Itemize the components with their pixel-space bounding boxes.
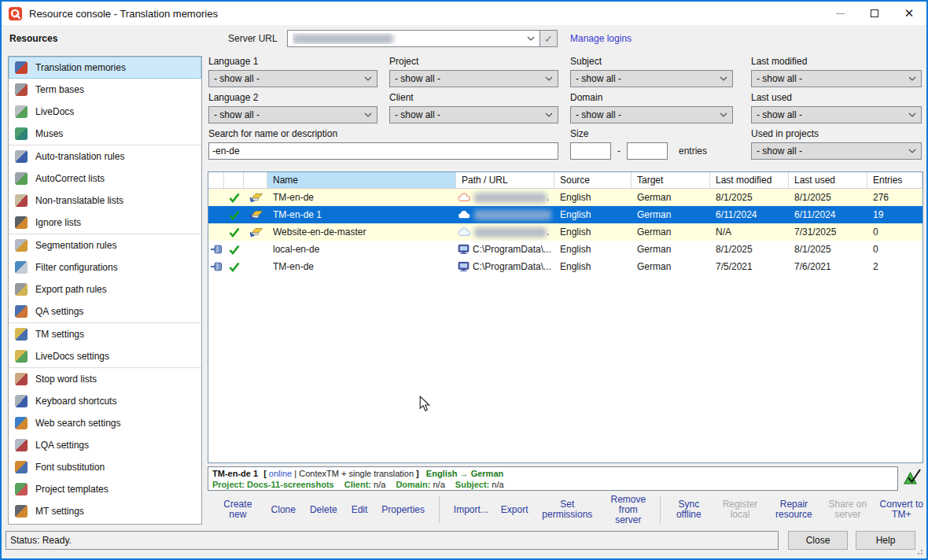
- column-header-target[interactable]: Target: [632, 172, 710, 188]
- close-dialog-button[interactable]: Close: [788, 531, 848, 550]
- tm-path-cell: .: [456, 189, 554, 206]
- sidebar-item-project-templates[interactable]: Project templates: [9, 478, 201, 500]
- sidebar-item-autocorrect-lists[interactable]: AutoCorrect lists: [9, 168, 201, 190]
- sidebar-item-translation-memories[interactable]: Translation memories: [9, 57, 201, 79]
- tm-row[interactable]: TM-en-deC:\ProgramData\...EnglishGerman7…: [208, 258, 922, 275]
- subject-select[interactable]: - show all -: [570, 70, 733, 87]
- size-to-input[interactable]: [627, 142, 668, 160]
- column-header-last-modified[interactable]: Last modified: [710, 172, 789, 188]
- column-header-path-url[interactable]: Path / URL: [456, 172, 554, 188]
- language2-select[interactable]: - show all -: [208, 106, 377, 123]
- sidebar-item-label: Font substitution: [35, 462, 105, 473]
- toolbar-set-permissions-button[interactable]: Set permissions: [541, 499, 595, 520]
- toolbar-edit-button[interactable]: Edit: [352, 505, 368, 515]
- client-label: Client: [389, 92, 558, 103]
- sidebar-item-qa-settings[interactable]: QA settings: [9, 300, 201, 322]
- tm-last-modified-cell: 7/5/2021: [710, 258, 789, 275]
- connect-server-button[interactable]: ✓: [540, 30, 558, 47]
- resource-health-icon: [904, 468, 922, 488]
- column-header-source[interactable]: Source: [554, 172, 632, 188]
- computer-icon: [458, 261, 470, 272]
- enabled-check-icon: [224, 206, 244, 223]
- toolbar-create-new-button[interactable]: Create new: [219, 499, 257, 520]
- server-url-group: ✓: [287, 30, 558, 47]
- last-modified-select[interactable]: - show all -: [751, 70, 922, 87]
- sidebar-item-auto-translation-rules[interactable]: Auto-translation rules: [9, 146, 201, 168]
- toolbar-sync-offline-button[interactable]: Sync offline: [669, 499, 708, 520]
- toolbar-import--button[interactable]: Import...: [454, 505, 488, 515]
- tm-source-cell: English: [554, 241, 632, 258]
- toolbar-convert-to-tm+-button[interactable]: Convert to TM+: [880, 499, 923, 520]
- sidebar-item-label: Stop word lists: [35, 374, 97, 385]
- sidebar-item-label: QA settings: [35, 306, 83, 317]
- project-select[interactable]: - show all -: [389, 70, 558, 87]
- sidebar-item-livedocs-settings[interactable]: LiveDocs settings: [9, 345, 201, 367]
- language1-select[interactable]: - show all -: [208, 70, 377, 87]
- sidebar-item-ignore-lists[interactable]: Ignore lists: [9, 212, 201, 234]
- filter-search: Search for name or description: [208, 128, 558, 160]
- sidebar-item-tm-settings[interactable]: TM settings: [9, 323, 201, 345]
- maximize-button[interactable]: [857, 2, 892, 25]
- tm-type-icon: [244, 223, 267, 241]
- sidebar-item-non-translatable-lists[interactable]: Non-translatable lists: [9, 190, 201, 212]
- toolbar-properties-button[interactable]: Properties: [381, 505, 425, 515]
- minimize-button[interactable]: [823, 2, 857, 25]
- toolbar-repair-resource-button[interactable]: Repair resource: [772, 499, 816, 520]
- filter-client: Client - show all -: [389, 92, 558, 123]
- sidebar-item-muses[interactable]: Muses: [9, 123, 201, 145]
- info-online-status: online: [269, 469, 292, 478]
- filter-last-used: Last used - show all -: [751, 92, 922, 123]
- tm-row[interactable]: Website-en-de-master.EnglishGermanN/A7/3…: [208, 223, 922, 241]
- info-subject-value: n/a: [492, 480, 503, 489]
- pin-cell: [208, 206, 224, 223]
- domain-select[interactable]: - show all -: [570, 106, 733, 123]
- size-from-input[interactable]: [570, 142, 611, 160]
- toolbar-delete-button[interactable]: Delete: [310, 505, 337, 515]
- minimize-icon: [836, 13, 845, 14]
- server-url-combobox[interactable]: [287, 30, 540, 47]
- sidebar-item-keyboard-shortcuts[interactable]: Keyboard shortcuts: [9, 390, 201, 412]
- sidebar-item-filter-configurations[interactable]: Filter configurations: [9, 256, 201, 278]
- last-used-select[interactable]: - show all -: [751, 106, 922, 123]
- sidebar-item-segmentation-rules[interactable]: Segmentation rules: [9, 234, 201, 256]
- column-header-last-used[interactable]: Last used: [789, 172, 867, 188]
- tm-target-cell: German: [632, 258, 710, 275]
- column-header-entries[interactable]: Entries: [867, 172, 922, 188]
- sidebar-item-lqa-settings[interactable]: LQA settings: [9, 434, 201, 456]
- resize-grip[interactable]: [915, 547, 922, 554]
- column-header-icon[interactable]: [224, 172, 244, 188]
- toolbar-remove-from-server-button[interactable]: Remove from server: [606, 495, 650, 525]
- sidebar-item-term-bases[interactable]: Term bases: [9, 79, 201, 101]
- manage-logins-link[interactable]: Manage logins: [570, 33, 632, 44]
- info-tm-name: TM-en-de 1: [212, 469, 258, 478]
- tm-entries-cell: 0: [867, 223, 922, 241]
- client-select[interactable]: - show all -: [389, 106, 558, 123]
- sidebar-item-mt-settings[interactable]: MT settings: [9, 500, 201, 522]
- tm-source-cell: English: [554, 223, 632, 241]
- sidebar-item-livedocs[interactable]: LiveDocs: [9, 101, 201, 123]
- tm-name-cell: TM-en-de: [267, 258, 456, 275]
- toolbar-export-button[interactable]: Export: [501, 505, 528, 515]
- sidebar-item-stop-word-lists[interactable]: Stop word lists: [9, 368, 201, 390]
- tm-row[interactable]: local-en-deC:\ProgramData\...EnglishGerm…: [208, 241, 922, 258]
- column-header-name[interactable]: Name: [267, 172, 456, 188]
- tm-target-cell: German: [632, 241, 710, 258]
- column-header-icon[interactable]: [244, 172, 267, 188]
- sidebar-item-web-search-settings[interactable]: Web search settings: [9, 412, 201, 434]
- column-header-icon[interactable]: [208, 172, 224, 188]
- tm-source-cell: English: [554, 206, 632, 223]
- tm-source-cell: English: [554, 258, 632, 275]
- sidebar-item-font-substitution[interactable]: Font substitution: [9, 456, 201, 478]
- sidebar-item-label: Ignore lists: [35, 217, 81, 228]
- used-in-projects-select[interactable]: - show all -: [751, 142, 922, 160]
- help-button[interactable]: Help: [856, 531, 915, 550]
- search-input[interactable]: [208, 142, 558, 160]
- tm-last-used-cell: 7/6/2021: [789, 258, 867, 275]
- info-panel: TM-en-de 1 [ online | ContexTM + single …: [208, 466, 898, 491]
- tm-row[interactable]: TM-en-de 1EnglishGerman6/11/20246/11/202…: [208, 206, 922, 223]
- toolbar-separator: [660, 496, 661, 523]
- sidebar-item-export-path-rules[interactable]: Export path rules: [9, 278, 201, 300]
- close-window-button[interactable]: ✕: [892, 2, 926, 25]
- toolbar-clone-button[interactable]: Clone: [271, 505, 296, 515]
- tm-row[interactable]: TM-en-de.EnglishGerman8/1/20258/1/202527…: [208, 189, 922, 206]
